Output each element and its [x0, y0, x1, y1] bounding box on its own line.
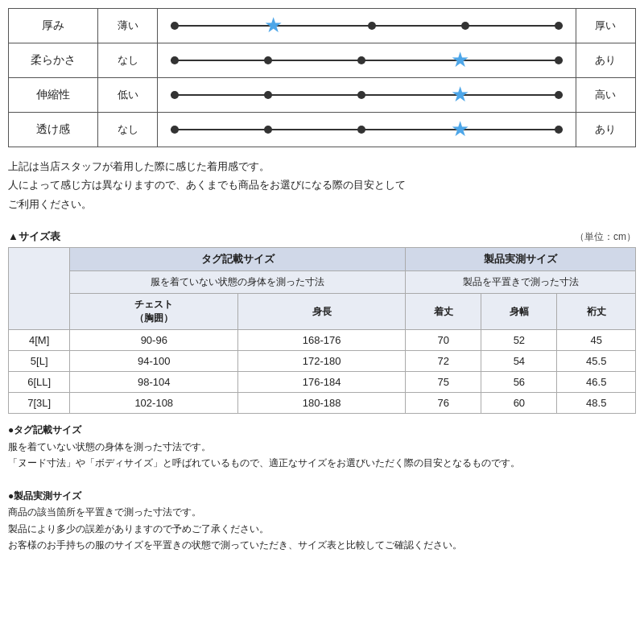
star-marker: ★	[451, 49, 469, 70]
bar-dot	[555, 126, 563, 134]
size-cell: 5[L]	[9, 351, 70, 372]
bar-dot	[171, 91, 179, 99]
scale-left: 薄い	[98, 9, 158, 43]
size-table: タグ記載サイズ 製品実測サイズ 服を着ていない状態の身体を測った寸法 製品を平置…	[8, 247, 636, 414]
size-cell: 54	[481, 351, 557, 372]
size-cell: 168-176	[238, 330, 406, 351]
actual-size-header: 製品実測サイズ	[406, 248, 636, 271]
star-marker: ★	[451, 118, 469, 139]
col-width: 身幅	[481, 294, 557, 330]
bar-dot	[264, 126, 272, 134]
size-cell: 60	[481, 393, 557, 414]
description: 上記は当店スタッフが着用した際に感じた着用感です。 人によって感じ方は異なります…	[8, 157, 636, 213]
size-section: ▲サイズ表 （単位：cm） タグ記載サイズ 製品実測サイズ 服を着ていない状態の…	[8, 229, 636, 553]
scale-left: 低い	[98, 78, 158, 113]
bar-cell: ★	[158, 113, 576, 147]
size-cell: 94-100	[70, 351, 238, 372]
size-cell: 75	[406, 372, 481, 393]
bar-dot	[461, 22, 469, 30]
scale-left: なし	[98, 43, 158, 78]
bar-dot	[357, 126, 365, 134]
size-cell: 4[M]	[9, 330, 70, 351]
size-cell: 98-104	[70, 372, 238, 393]
bar-dot	[357, 91, 365, 99]
size-title: ▲サイズ表	[8, 229, 60, 244]
tag-sub-header: 服を着ていない状態の身体を測った寸法	[70, 271, 406, 294]
actual-note-title: ●製品実測サイズ	[8, 488, 636, 504]
col-length: 着丈	[406, 294, 481, 330]
size-cell: 45	[557, 330, 636, 351]
size-cell: 180-188	[238, 393, 406, 414]
bar-dot	[264, 91, 272, 99]
bar-cell: ★	[158, 78, 576, 113]
size-cell: 7[3L]	[9, 393, 70, 414]
size-cell: 48.5	[557, 393, 636, 414]
star-marker: ★	[264, 14, 283, 35]
size-cell: 76	[406, 393, 481, 414]
col-height: 身長	[238, 294, 406, 330]
empty-header	[9, 248, 70, 330]
size-cell: 6[LL]	[9, 372, 70, 393]
rating-label: 透け感	[9, 113, 98, 147]
bar-dot	[555, 91, 563, 99]
size-cell: 90-96	[70, 330, 238, 351]
tag-note-body: 服を着ていない状態の身体を測った寸法です。「ヌード寸法」や「ボディサイズ」と呼ば…	[8, 439, 636, 472]
notes-section: ●タグ記載サイズ 服を着ていない状態の身体を測った寸法です。「ヌード寸法」や「ボ…	[8, 422, 636, 553]
size-cell: 176-184	[238, 372, 406, 393]
bar-dot	[357, 56, 365, 64]
size-cell: 56	[481, 372, 557, 393]
rating-label: 柔らかさ	[9, 43, 98, 78]
actual-note-body: 商品の該当箇所を平置きで測った寸法です。製品により多少の誤差がありますので予めご…	[8, 504, 636, 553]
bar-dot	[171, 22, 179, 30]
size-cell: 52	[481, 330, 557, 351]
size-cell: 102-108	[70, 393, 238, 414]
size-cell: 70	[406, 330, 481, 351]
description-line2: 人によって感じ方は異なりますので、あくまでも商品をお選びになる際の目安として	[8, 175, 636, 194]
bar-dot	[171, 126, 179, 134]
bar-dot	[368, 22, 376, 30]
size-header-row: ▲サイズ表 （単位：cm）	[8, 229, 636, 244]
scale-left: なし	[98, 113, 158, 147]
col-chest: チェスト（胸囲）	[70, 294, 238, 330]
scale-right: 高い	[576, 78, 635, 113]
size-cell: 72	[406, 351, 481, 372]
bar-dot	[555, 56, 563, 64]
rating-label: 厚み	[9, 9, 98, 43]
description-line3: ご利用ください。	[8, 195, 636, 213]
rating-table: 厚み薄い★厚い柔らかさなし★あり伸縮性低い★高い透け感なし★あり	[8, 8, 636, 147]
size-unit: （単位：cm）	[575, 230, 636, 244]
col-sleeve: 裄丈	[557, 294, 636, 330]
size-cell: 45.5	[557, 351, 636, 372]
size-cell: 46.5	[557, 372, 636, 393]
tag-note-title: ●タグ記載サイズ	[8, 422, 636, 438]
star-marker: ★	[451, 84, 469, 105]
actual-sub-header: 製品を平置きで測った寸法	[406, 271, 636, 294]
bar-dot	[171, 56, 179, 64]
scale-right: あり	[576, 113, 635, 147]
scale-right: あり	[576, 43, 635, 78]
scale-right: 厚い	[576, 9, 635, 43]
bar-dot	[264, 56, 272, 64]
description-line1: 上記は当店スタッフが着用した際に感じた着用感です。	[8, 157, 636, 175]
bar-dot	[555, 22, 563, 30]
size-cell: 172-180	[238, 351, 406, 372]
rating-label: 伸縮性	[9, 78, 98, 113]
bar-cell: ★	[158, 43, 576, 78]
bar-cell: ★	[158, 9, 576, 43]
tag-size-header: タグ記載サイズ	[70, 248, 406, 271]
